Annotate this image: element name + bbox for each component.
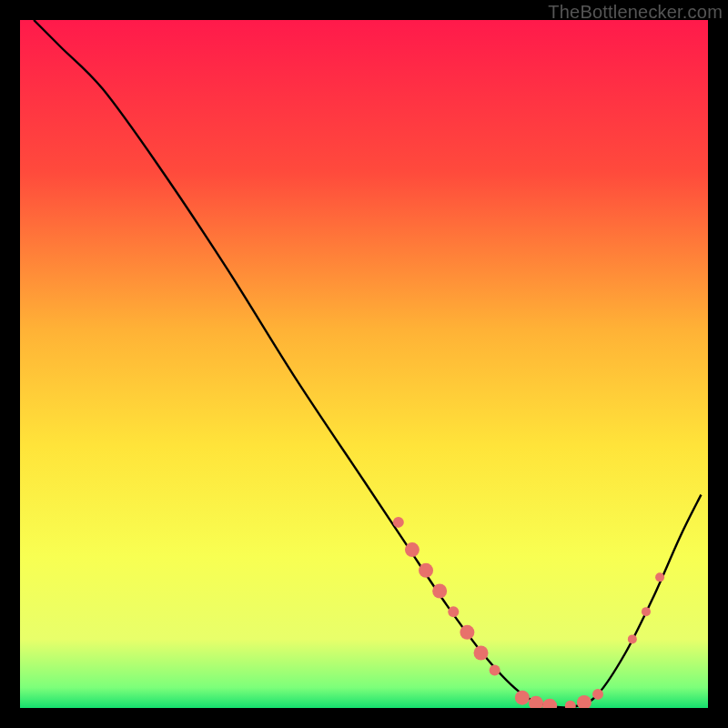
- data-marker: [460, 625, 474, 640]
- data-marker: [448, 606, 459, 617]
- data-marker: [393, 517, 404, 528]
- data-marker: [419, 563, 433, 578]
- attribution-label: TheBottlenecker.com: [548, 2, 723, 23]
- data-marker: [628, 634, 637, 643]
- data-marker: [405, 542, 420, 557]
- gradient-background: [20, 20, 708, 708]
- data-marker: [490, 664, 500, 675]
- data-marker: [432, 583, 447, 598]
- data-marker: [642, 607, 651, 616]
- bottleneck-chart: [20, 20, 708, 708]
- data-marker: [515, 691, 530, 705]
- data-marker: [592, 689, 603, 700]
- data-marker: [655, 572, 664, 581]
- chart-frame: [20, 20, 708, 708]
- data-marker: [474, 646, 489, 661]
